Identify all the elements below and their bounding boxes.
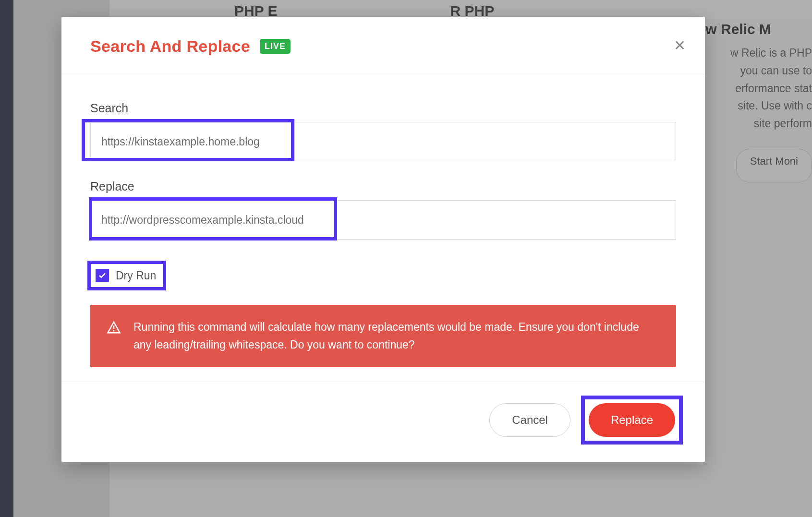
modal-title: Search And Replace — [90, 37, 250, 56]
replace-label: Replace — [90, 180, 676, 193]
dry-run-checkbox[interactable] — [96, 269, 109, 282]
modal-body: Search Replace Dry Run — [61, 74, 705, 382]
replace-input[interactable] — [91, 201, 676, 239]
search-replace-modal: Search And Replace LIVE ✕ Search Replace — [61, 17, 705, 462]
warning-text: Running this command will calculate how … — [133, 318, 660, 354]
search-label: Search — [90, 101, 676, 115]
replace-input-shell — [90, 200, 676, 240]
search-input-shell — [90, 122, 676, 161]
svg-point-1 — [113, 330, 115, 331]
search-input[interactable] — [91, 122, 676, 161]
warning-icon — [107, 320, 121, 335]
highlight-replace-button: Replace — [581, 396, 683, 445]
check-icon — [98, 271, 107, 280]
modal-header: Search And Replace LIVE ✕ — [61, 17, 705, 74]
modal-overlay[interactable]: Search And Replace LIVE ✕ Search Replace — [0, 0, 812, 517]
warning-alert: Running this command will calculate how … — [90, 305, 676, 367]
dry-run-checkbox-row[interactable]: Dry Run — [87, 261, 166, 290]
search-field-row: Search — [90, 101, 676, 161]
close-icon[interactable]: ✕ — [674, 38, 686, 53]
replace-field-row: Replace — [90, 180, 676, 240]
cancel-button[interactable]: Cancel — [489, 403, 570, 437]
env-badge-live: LIVE — [260, 39, 291, 54]
replace-button[interactable]: Replace — [589, 403, 675, 437]
dry-run-label: Dry Run — [116, 269, 156, 282]
modal-footer: Cancel Replace — [61, 382, 705, 462]
